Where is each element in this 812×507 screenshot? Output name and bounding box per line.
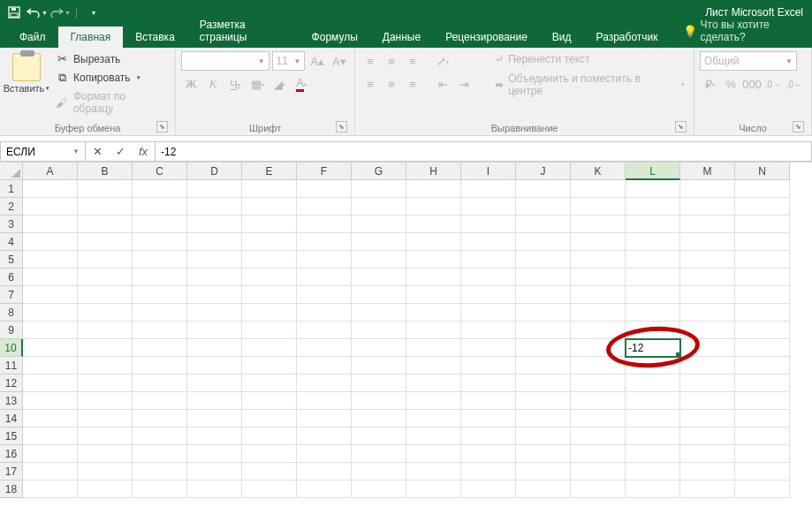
cell-L1[interactable]: [626, 180, 680, 198]
cell-D7[interactable]: [187, 286, 242, 304]
column-header-L[interactable]: L: [626, 163, 680, 180]
cell-B2[interactable]: [78, 198, 133, 216]
cell-J4[interactable]: [516, 233, 571, 251]
cell-M1[interactable]: [680, 180, 735, 198]
cell-J17[interactable]: [516, 463, 571, 481]
cell-C8[interactable]: [133, 304, 187, 322]
cell-N7[interactable]: [735, 286, 790, 304]
cell-J15[interactable]: [516, 428, 571, 445]
cell-G1[interactable]: [352, 180, 406, 198]
select-all-button[interactable]: [0, 163, 23, 180]
cell-D12[interactable]: [187, 375, 242, 392]
cell-I3[interactable]: [461, 216, 516, 233]
cell-F5[interactable]: [297, 251, 352, 269]
cell-F1[interactable]: [297, 180, 352, 198]
cell-N5[interactable]: [735, 251, 790, 269]
cell-N1[interactable]: [735, 180, 790, 198]
cell-G10[interactable]: [352, 339, 406, 357]
cell-H18[interactable]: [406, 481, 461, 498]
cell-K11[interactable]: [571, 357, 626, 375]
cell-I17[interactable]: [461, 463, 516, 481]
cell-K12[interactable]: [571, 375, 626, 392]
cell-G16[interactable]: [352, 445, 406, 463]
cell-F7[interactable]: [297, 286, 352, 304]
cell-E8[interactable]: [242, 304, 297, 322]
cell-L5[interactable]: [626, 251, 680, 269]
cell-J10[interactable]: [516, 339, 571, 357]
paste-button[interactable]: Вставить▾: [4, 83, 50, 94]
row-header-17[interactable]: 17: [0, 463, 23, 481]
insert-function-button[interactable]: fx: [132, 145, 155, 158]
cell-D4[interactable]: [187, 233, 242, 251]
cell-C9[interactable]: [133, 322, 187, 339]
cell-J12[interactable]: [516, 375, 571, 392]
cell-M3[interactable]: [680, 216, 735, 233]
percent-button[interactable]: %: [721, 74, 740, 94]
cell-J6[interactable]: [516, 269, 571, 286]
tab-view[interactable]: Вид: [540, 26, 584, 48]
bold-button[interactable]: Ж: [181, 74, 201, 94]
cell-C10[interactable]: [133, 339, 187, 357]
cell-G5[interactable]: [352, 251, 406, 269]
cell-K15[interactable]: [571, 428, 626, 445]
cell-L17[interactable]: [626, 463, 680, 481]
cell-H15[interactable]: [406, 428, 461, 445]
cell-A2[interactable]: [23, 198, 78, 216]
cell-L2[interactable]: [626, 198, 680, 216]
cell-N10[interactable]: [735, 339, 790, 357]
row-header-11[interactable]: 11: [0, 357, 23, 375]
cell-B1[interactable]: [78, 180, 133, 198]
cell-N4[interactable]: [735, 233, 790, 251]
formula-bar[interactable]: -12: [155, 141, 812, 162]
cell-L18[interactable]: [626, 481, 680, 498]
cell-H6[interactable]: [406, 269, 461, 286]
cell-A16[interactable]: [23, 445, 78, 463]
cell-G14[interactable]: [352, 410, 406, 428]
cell-I5[interactable]: [461, 251, 516, 269]
cell-F18[interactable]: [297, 481, 352, 498]
cell-E16[interactable]: [242, 445, 297, 463]
cell-B18[interactable]: [78, 481, 133, 498]
qat-customize-button[interactable]: ▾: [83, 2, 104, 23]
align-left-button[interactable]: ≡: [360, 74, 380, 94]
cell-I15[interactable]: [461, 428, 516, 445]
cell-A10[interactable]: [23, 339, 78, 357]
cell-B7[interactable]: [78, 286, 133, 304]
cell-B4[interactable]: [78, 233, 133, 251]
cell-D16[interactable]: [187, 445, 242, 463]
cell-E13[interactable]: [242, 392, 297, 410]
cell-I13[interactable]: [461, 392, 516, 410]
cell-A7[interactable]: [23, 286, 78, 304]
cell-L8[interactable]: [626, 304, 680, 322]
cell-A4[interactable]: [23, 233, 78, 251]
alignment-launcher[interactable]: ⬊: [675, 121, 687, 132]
cell-I7[interactable]: [461, 286, 516, 304]
fill-color-button[interactable]: ◢▾: [269, 74, 289, 94]
cell-A13[interactable]: [23, 392, 78, 410]
cell-F17[interactable]: [297, 463, 352, 481]
cell-C5[interactable]: [133, 251, 187, 269]
cell-N18[interactable]: [735, 481, 790, 498]
cell-C16[interactable]: [133, 445, 187, 463]
cell-A6[interactable]: [23, 269, 78, 286]
undo-button[interactable]: ▼: [27, 2, 48, 23]
cell-C2[interactable]: [133, 198, 187, 216]
cell-M17[interactable]: [680, 463, 735, 481]
cell-H3[interactable]: [406, 216, 461, 233]
cell-M4[interactable]: [680, 233, 735, 251]
cell-K4[interactable]: [571, 233, 626, 251]
cell-L11[interactable]: [626, 357, 680, 375]
cell-H4[interactable]: [406, 233, 461, 251]
row-header-6[interactable]: 6: [0, 269, 23, 286]
cell-H10[interactable]: [406, 339, 461, 357]
cell-H1[interactable]: [406, 180, 461, 198]
cell-A14[interactable]: [23, 410, 78, 428]
cell-A12[interactable]: [23, 375, 78, 392]
cell-N6[interactable]: [735, 269, 790, 286]
cell-L12[interactable]: [626, 375, 680, 392]
save-button[interactable]: [4, 2, 25, 23]
cell-J14[interactable]: [516, 410, 571, 428]
cell-G13[interactable]: [352, 392, 406, 410]
number-format-combo[interactable]: Общий▼: [700, 51, 797, 71]
column-header-M[interactable]: M: [680, 163, 735, 180]
